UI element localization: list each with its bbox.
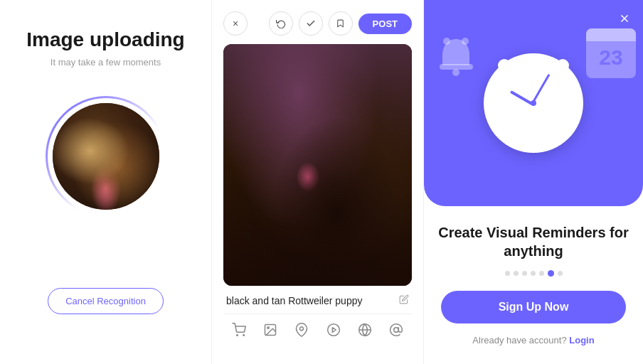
clock-center-dot (531, 100, 536, 106)
clock-handle-right (556, 59, 569, 72)
already-have-account-row: Already have account? Login (472, 335, 594, 346)
post-button[interactable]: POST (358, 14, 412, 34)
mention-icon[interactable] (385, 318, 408, 341)
globe-icon[interactable] (354, 318, 376, 341)
panel-post: × POST black and tan (212, 0, 424, 364)
upload-subtitle: It may take a few moments (51, 57, 161, 68)
close-button[interactable]: × (223, 11, 248, 36)
upload-circle-wrap (46, 96, 166, 217)
dot-3 (522, 271, 527, 276)
svg-point-15 (462, 38, 469, 45)
login-link[interactable]: Login (569, 335, 594, 346)
image-icon[interactable] (259, 318, 282, 341)
svg-point-1 (243, 335, 245, 336)
signup-button[interactable]: Sign Up Now (441, 291, 626, 323)
svg-point-14 (443, 38, 450, 45)
svg-point-5 (327, 324, 339, 336)
svg-point-0 (237, 335, 238, 336)
panel-upload: Image uploading It may take a few moment… (0, 0, 212, 364)
bookmark-icon[interactable] (329, 11, 353, 36)
post-image (223, 44, 412, 286)
reminder-title: Create Visual Reminders for anything (438, 223, 629, 260)
cancel-recognition-button[interactable]: Cancel Recognition (48, 288, 164, 314)
post-header-icons: POST (269, 11, 412, 36)
panel-reminder: 23 Create Visual Reminders for anything … (424, 0, 643, 364)
reminder-close-button[interactable] (616, 10, 633, 27)
location-icon[interactable] (290, 318, 313, 341)
dot-6-active (548, 270, 554, 277)
svg-point-3 (267, 327, 270, 329)
reminder-bottom: Create Visual Reminders for anything Sig… (424, 206, 643, 357)
bell-decoration (437, 36, 476, 75)
dot-2 (514, 271, 519, 276)
check-icon[interactable] (299, 11, 323, 36)
calendar-decoration: 23 (586, 28, 636, 78)
clock-body (484, 53, 583, 153)
upload-title: Image uploading (26, 28, 184, 51)
svg-point-4 (300, 327, 304, 331)
svg-point-9 (394, 328, 399, 333)
svg-point-13 (452, 69, 459, 76)
puppy-thumbnail (53, 103, 159, 210)
clock-handle-left (498, 59, 511, 72)
post-header: × POST (223, 11, 412, 36)
video-icon[interactable] (322, 318, 345, 341)
dots-row (505, 270, 563, 277)
post-caption: black and tan Rottweiler puppy (226, 295, 362, 306)
svg-rect-12 (440, 64, 473, 70)
undo-icon[interactable] (269, 11, 293, 36)
svg-marker-6 (332, 328, 336, 333)
clock-illustration (462, 32, 605, 174)
upload-image-circle (53, 103, 159, 210)
post-toolbar (223, 314, 412, 346)
edit-icon[interactable] (399, 294, 409, 306)
post-caption-row: black and tan Rottweiler puppy (223, 294, 412, 306)
dot-4 (531, 271, 536, 276)
dot-1 (505, 271, 510, 276)
cart-icon[interactable] (228, 318, 250, 341)
post-image-content (223, 44, 412, 286)
clock-hand-minute (531, 74, 550, 103)
already-text: Already have account? (472, 335, 566, 346)
dot-5 (539, 271, 544, 276)
calendar-number: 23 (599, 46, 622, 70)
reminder-hero: 23 (424, 0, 643, 206)
dot-7 (558, 271, 563, 276)
